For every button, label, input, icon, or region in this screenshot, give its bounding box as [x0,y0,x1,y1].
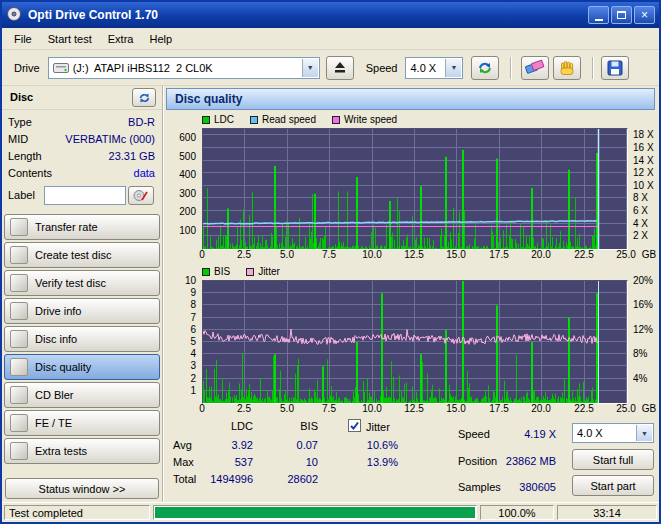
axis-tick-label: 17.5 [484,250,514,260]
buy-button[interactable] [553,56,581,80]
status-window-button[interactable]: Status window >> [5,478,159,499]
sidebar-item-cd-bler[interactable]: CD Bler [4,382,160,408]
eject-icon [334,62,346,73]
disc-info-row: MID VERBATIMc (000) [8,133,155,147]
axis-tick-label: 10.0 [357,404,387,414]
col-header-ldc: LDC [188,420,253,432]
axis-tick-label: 1 [190,386,196,396]
jitter-checkbox[interactable] [348,419,361,432]
eraser-icon [524,59,546,76]
menu-help[interactable]: Help [141,30,180,48]
axis-tick-label: 16 X [633,143,654,153]
test-speed-select[interactable]: 4.0 X ▼ [572,423,654,443]
toolbar: Drive (J:) ATAPI iHBS112 2 CL0K ▼ Speed … [2,50,659,86]
legend-label: Write speed [344,114,397,125]
minimize-button[interactable] [588,6,609,24]
label-input[interactable] [44,186,126,205]
axis-tick-label: 400 [179,170,196,180]
disc-pencil-icon [133,189,149,202]
drive-select[interactable]: (J:) ATAPI iHBS112 2 CL0K ▼ [48,57,320,79]
hand-icon [558,60,576,76]
sidebar-item-label: Extra tests [35,445,87,457]
axis-tick-label: 20% [633,276,653,286]
save-results-button[interactable] [601,56,629,80]
write-label-button[interactable] [128,186,154,205]
axis-tick-label: 0 [187,404,217,414]
avg-bis: 0.07 [268,439,318,451]
sidebar-item-transfer-rate[interactable]: Transfer rate [4,214,160,240]
axis-tick-label: 15.0 [441,404,471,414]
chevron-down-icon[interactable]: ▼ [302,59,318,77]
drive-label: Drive [14,62,40,74]
sidebar-item-disc-quality[interactable]: Disc quality [4,354,160,380]
disc-info-row: Contents data [8,167,155,181]
legend-item: LDC [202,114,234,125]
axis-tick-label: 0 [187,250,217,260]
axis-tick-label: 22.5 [569,250,599,260]
max-jitter: 13.9% [344,456,398,468]
bis-x-axis: 02.55.07.510.012.515.017.520.022.525.0GB [202,404,654,416]
speed-select[interactable]: 4.0 X ▼ [405,57,463,79]
progress-fill [155,507,475,518]
axis-tick-label: 6 X [633,206,648,216]
cd-bler-icon [10,386,28,404]
disc-info-icon [10,330,28,348]
eject-button[interactable] [326,56,354,80]
sidebar-item-label: Verify test disc [35,277,106,289]
sidebar-item-create-test-disc[interactable]: Create test disc [4,242,160,268]
start-part-button[interactable]: Start part [572,475,654,496]
sidebar-item-label: Create test disc [35,249,111,261]
jitter-right-axis: 4%8%12%16%20% [630,280,661,402]
sidebar-item-disc-info[interactable]: Disc info [4,326,160,352]
ldc-chart-legend: LDCRead speedWrite speed [202,114,397,125]
close-button[interactable]: × [634,6,655,24]
menu-file[interactable]: File [6,30,40,48]
disc-info-row: Type BD-R [8,116,155,130]
menu-bar: File Start test Extra Help [2,28,659,50]
contents-value[interactable]: data [134,167,155,179]
axis-tick-label: 10.0 [357,250,387,260]
axis-tick-label: 12% [633,325,653,335]
sidebar-item-verify-test-disc[interactable]: Verify test disc [4,270,160,296]
start-full-button[interactable]: Start full [572,449,654,470]
ldc-x-axis: 02.55.07.510.012.515.017.520.022.525.0GB [202,250,654,262]
legend-item: Read speed [250,114,316,125]
erase-disc-button[interactable] [521,56,549,80]
sidebar-item-fe-te[interactable]: FE / TE [4,410,160,436]
bis-chart-legend: BISJitter [202,266,280,277]
menu-extra[interactable]: Extra [100,30,142,48]
status-bar: Test completed 100.0% 33:14 [2,502,659,522]
status-text: Test completed [4,505,150,520]
sidebar-item-drive-info[interactable]: Drive info [4,298,160,324]
chevron-down-icon[interactable]: ▼ [445,59,461,77]
chevron-down-icon[interactable]: ▼ [636,425,652,441]
refresh-disc-button[interactable] [132,88,156,107]
drive-icon [53,62,69,74]
refresh-button[interactable] [471,56,499,80]
legend-swatch [246,268,254,276]
axis-tick-label: 22.5 [569,404,599,414]
position-label: Position [458,455,497,467]
refresh-icon [138,92,151,104]
disc-header-label: Disc [10,91,33,103]
sidebar-item-extra-tests[interactable]: Extra tests [4,438,160,464]
axis-tick-label: 16% [633,300,653,310]
legend-swatch [202,268,210,276]
extra-tests-icon [10,442,28,460]
axis-tick-label: 600 [179,133,196,143]
length-label: Length [8,150,42,162]
menu-start-test[interactable]: Start test [40,30,100,48]
axis-tick-label: 7.5 [314,404,344,414]
speed-label: Speed [366,62,398,74]
drive-value: (J:) ATAPI iHBS112 2 CL0K [73,62,213,74]
length-value: 23.31 GB [109,150,155,162]
sidebar-item-label: CD Bler [35,389,74,401]
legend-item: BIS [202,266,230,277]
col-header-jitter: Jitter [366,421,390,433]
legend-swatch [202,116,210,124]
avg-jitter: 10.6% [344,439,398,451]
position-value: 23862 MB [494,455,556,467]
maximize-button[interactable] [611,6,632,24]
axis-tick-label: 17.5 [484,404,514,414]
drive-info-icon [10,302,28,320]
